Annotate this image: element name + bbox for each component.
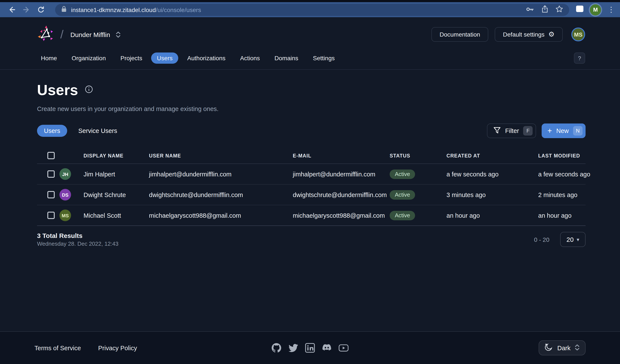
table-footer: 3 Total Results Wednesday 28. Dec 2022, … (37, 232, 586, 247)
nav-projects[interactable]: Projects (115, 52, 148, 64)
url-path: /ui/console/users (156, 6, 201, 13)
twitter-icon[interactable] (288, 343, 298, 353)
terms-of-service-link[interactable]: Terms of Service (34, 344, 81, 351)
zitadel-logo-icon[interactable] (37, 25, 54, 44)
new-user-button[interactable]: + New N (542, 123, 586, 138)
url-host: instance1-dkmnzw.zitadel.cloud (71, 6, 156, 13)
default-settings-label: Default settings (503, 31, 544, 38)
browser-profile-avatar[interactable]: M (590, 4, 601, 15)
theme-selector[interactable]: Dark (539, 340, 586, 355)
column-display-name[interactable]: DISPLAY NAME (56, 153, 147, 158)
back-icon[interactable] (6, 4, 17, 15)
users-page: Users Create new users in your organizat… (0, 70, 620, 331)
select-all-checkbox[interactable] (47, 152, 55, 159)
status-badge: Active (390, 211, 415, 220)
moon-icon (544, 343, 553, 353)
theme-label: Dark (557, 344, 571, 351)
forward-icon[interactable] (21, 4, 32, 15)
zitadel-console: / Dunder Mifflin Documentation Default s… (0, 17, 620, 364)
address-bar[interactable]: instance1-dkmnzw.zitadel.cloud/ui/consol… (55, 4, 569, 16)
email: jimhalpert@dundermifflin.com (293, 171, 375, 178)
youtube-icon[interactable] (339, 343, 349, 353)
theme-unfold-icon (575, 344, 580, 352)
privacy-policy-link[interactable]: Privacy Policy (98, 344, 137, 351)
page-size-value: 20 (566, 236, 574, 243)
avatar: MS (60, 210, 71, 221)
table-row[interactable]: JH Jim Halpert jimhalpert@dundermifflin.… (37, 164, 586, 184)
status-badge: Active (390, 169, 415, 179)
page-subtitle: Create new users in your organization an… (37, 106, 586, 112)
breadcrumb-separator: / (60, 28, 63, 41)
help-button[interactable]: ? (574, 52, 585, 64)
column-email[interactable]: E-MAIL (291, 153, 388, 158)
column-status[interactable]: STATUS (388, 153, 444, 158)
nav-authorizations[interactable]: Authorizations (182, 52, 231, 64)
row-checkbox[interactable] (47, 191, 55, 198)
page-size-select[interactable]: 20 ▾ (560, 232, 586, 247)
avatar: JH (60, 168, 71, 180)
created-at: an hour ago (447, 212, 480, 219)
info-icon[interactable] (85, 85, 93, 95)
main-nav: Home Organization Projects Users Authori… (0, 48, 620, 70)
password-key-icon[interactable] (526, 6, 534, 14)
table-row[interactable]: DS Dwight Schrute dwightschrute@dundermi… (37, 184, 586, 205)
reload-icon[interactable] (35, 4, 46, 15)
nav-organization[interactable]: Organization (66, 52, 111, 64)
email: dwightschrute@dundermifflin.com (293, 191, 387, 198)
documentation-label: Documentation (440, 31, 480, 38)
side-panel-icon[interactable] (576, 6, 583, 14)
nav-actions[interactable]: Actions (234, 52, 265, 64)
column-user-name[interactable]: USER NAME (147, 153, 291, 158)
nav-domains[interactable]: Domains (269, 52, 304, 64)
gear-icon: ⚙ (548, 31, 555, 38)
last-modified: a few seconds ago (538, 171, 590, 178)
screen: instance1-dkmnzw.zitadel.cloud/ui/consol… (0, 0, 620, 364)
org-name[interactable]: Dunder Mifflin (70, 31, 110, 38)
filter-icon (494, 127, 501, 135)
lock-icon (61, 5, 67, 14)
created-at: 3 minutes ago (447, 191, 486, 198)
browser-titlebar (0, 0, 620, 2)
table-header: DISPLAY NAME USER NAME E-MAIL STATUS CRE… (37, 148, 586, 164)
display-name: Jim Halpert (84, 171, 115, 178)
user-type-tabs: Users Service Users (37, 125, 124, 137)
email: michaelgaryscott988@gmail.com (293, 212, 385, 219)
browser-menu-icon[interactable]: ⋮ (607, 6, 615, 13)
row-checkbox[interactable] (47, 212, 55, 219)
table-row[interactable]: MS Michael Scott michaelgaryscott988@gma… (37, 205, 586, 226)
nav-home[interactable]: Home (35, 52, 63, 64)
filter-shortcut-badge: F (523, 126, 533, 136)
new-shortcut-badge: N (573, 126, 583, 136)
tab-users[interactable]: Users (37, 125, 67, 137)
chevron-down-icon: ▾ (577, 236, 579, 243)
share-icon[interactable] (542, 5, 548, 15)
documentation-button[interactable]: Documentation (432, 27, 488, 42)
total-results: 3 Total Results (37, 232, 118, 239)
default-settings-button[interactable]: Default settings⚙ (495, 27, 563, 42)
social-links (271, 343, 349, 353)
column-created-at[interactable]: CREATED AT (444, 153, 536, 158)
browser-toolbar: instance1-dkmnzw.zitadel.cloud/ui/consol… (0, 2, 620, 17)
column-last-modified[interactable]: LAST MODIFIED (536, 153, 586, 158)
discord-icon[interactable] (322, 343, 332, 353)
filter-button[interactable]: Filter F (487, 123, 536, 138)
user-name: dwightschrute@dundermifflin.com (149, 191, 243, 198)
browser-chrome: instance1-dkmnzw.zitadel.cloud/ui/consol… (0, 0, 620, 17)
user-name: michaelgaryscott988@gmail.com (149, 212, 241, 219)
row-checkbox[interactable] (47, 170, 55, 178)
url-text: instance1-dkmnzw.zitadel.cloud/ui/consol… (71, 6, 201, 13)
nav-users[interactable]: Users (151, 52, 178, 64)
nav-settings[interactable]: Settings (308, 52, 340, 64)
page-title: Users (37, 82, 78, 99)
org-switcher-icon[interactable] (116, 31, 121, 38)
users-table: DISPLAY NAME USER NAME E-MAIL STATUS CRE… (37, 148, 586, 226)
github-icon[interactable] (271, 343, 281, 353)
avatar: DS (60, 189, 71, 200)
results-timestamp: Wednesday 28. Dec 2022, 12:43 (37, 241, 118, 247)
display-name: Dwight Schrute (84, 191, 126, 198)
user-avatar[interactable]: MS (571, 28, 585, 41)
linkedin-icon[interactable] (305, 343, 315, 353)
bookmark-star-icon[interactable] (556, 5, 563, 15)
tab-service-users[interactable]: Service Users (71, 125, 124, 137)
plus-icon: + (547, 127, 552, 135)
